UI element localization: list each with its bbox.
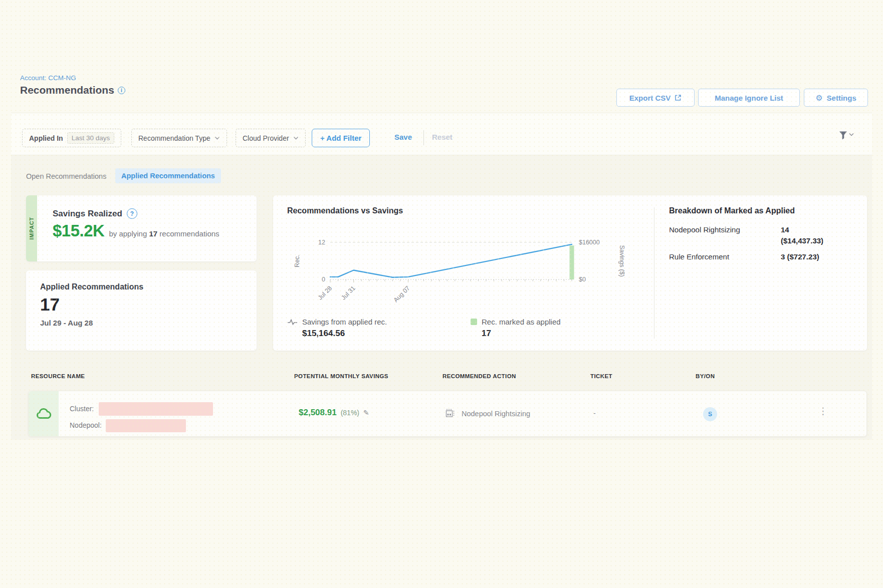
save-filters-link[interactable]: Save [394, 133, 412, 141]
tab-applied-recommendations[interactable]: Applied Recommendations [115, 168, 221, 183]
filter-cloud-provider[interactable]: Cloud Provider [236, 129, 306, 147]
add-filter-button[interactable]: + Add Filter [312, 129, 370, 147]
savings-realized-desc: by applying 17 recommendations [109, 229, 219, 238]
legend-applied-value: 17 [482, 329, 561, 339]
export-csv-label: Export CSV [629, 94, 671, 102]
legend-applied-label: Rec. marked as applied [482, 318, 561, 326]
filter-recommendation-type-label: Recommendation Type [138, 134, 210, 142]
row-savings: $2,508.91 (81%) ✎ [299, 408, 369, 418]
green-square-icon [471, 319, 477, 325]
applied-card-date-range: Jul 29 - Aug 28 [40, 319, 93, 327]
nodepool-label: Nodepool: [70, 421, 102, 429]
row-menu-kebab-icon[interactable]: ⋮ [818, 406, 828, 416]
row-savings-percent: (81%) [341, 409, 359, 417]
divider [423, 130, 424, 145]
settings-button[interactable]: ⚙ Settings [804, 89, 868, 107]
impact-strip-label: IMPACT [29, 217, 35, 239]
svg-text:$16000: $16000 [579, 239, 600, 246]
recommendations-page: Account: CCM-NG Recommendations i Export… [0, 0, 883, 588]
export-csv-button[interactable]: Export CSV [616, 89, 695, 107]
chart-title: Recommendations vs Savings [287, 206, 403, 215]
column-header-recommended-action: RECOMMENDED ACTION [443, 373, 516, 379]
breakdown-row-value: 3 ($727.23) [781, 252, 819, 261]
svg-text:Savings ($): Savings ($) [618, 245, 625, 276]
page-title-text: Recommendations [20, 84, 114, 96]
tab-open-recommendations[interactable]: Open Recommendations [26, 172, 106, 180]
breakdown-row-value-detail: ($14,437.33) [781, 236, 823, 245]
chevron-down-icon [293, 136, 299, 140]
row-savings-amount: $2,508.91 [299, 408, 337, 418]
applied-rec-bar [570, 245, 574, 279]
row-action-label: Nodepool Rightsizing [462, 410, 530, 418]
svg-text:12: 12 [318, 239, 325, 246]
manage-ignore-list-label: Manage Ignore List [715, 94, 783, 102]
filter-applied-in[interactable]: Applied In Last 30 days [22, 129, 121, 147]
savings-realized-title: Savings Realized [53, 209, 122, 219]
divider [654, 207, 654, 339]
chevron-down-icon [214, 136, 220, 140]
legend-savings-label: Savings from applied rec. [302, 318, 387, 326]
account-breadcrumb[interactable]: Account: CCM-NG [20, 74, 76, 82]
chevron-down-icon [849, 133, 854, 137]
row-recommended-action: Nodepool Rightsizing [446, 409, 530, 419]
svg-text:$0: $0 [579, 276, 586, 283]
svg-text:Aug 07: Aug 07 [392, 284, 411, 304]
applied-recommendations-card: Applied Recommendations 17 Jul 29 - Aug … [26, 270, 257, 351]
column-header-resource-name: RESOURCE NAME [31, 373, 85, 379]
pulse-line-icon [287, 318, 298, 326]
cloud-icon [36, 408, 52, 420]
impact-strip: IMPACT [26, 195, 37, 261]
rec-vs-savings-chart: 120$16000$0Rec.Savings ($)Jul 28Jul 31Au… [280, 229, 631, 318]
nodepool-rightsizing-icon [446, 409, 456, 419]
info-icon[interactable]: i [118, 87, 125, 94]
cluster-label: Cluster: [70, 405, 94, 413]
applied-card-title: Applied Recommendations [40, 282, 143, 291]
row-ticket: - [593, 409, 596, 417]
svg-text:Rec.: Rec. [294, 254, 301, 267]
filter-recommendation-type[interactable]: Recommendation Type [131, 129, 227, 147]
breakdown-row-value: 14 [781, 225, 789, 234]
column-header-ticket: TICKET [590, 373, 612, 379]
filter-panel-toggle[interactable] [839, 131, 854, 140]
applied-count-inline: 17 [149, 229, 157, 238]
chart-card: Recommendations vs Savings 120$16000$0Re… [273, 195, 867, 351]
row-icon-cell [29, 391, 59, 436]
edit-pencil-icon[interactable]: ✎ [363, 409, 369, 417]
add-filter-label: + Add Filter [320, 134, 361, 142]
external-link-icon [675, 94, 682, 101]
column-header-by-on: BY/ON [696, 373, 715, 379]
manage-ignore-list-button[interactable]: Manage Ignore List [698, 89, 800, 107]
svg-text:Jul 28: Jul 28 [317, 284, 334, 302]
nodepool-name-redacted [106, 419, 186, 432]
svg-text:Jul 31: Jul 31 [340, 284, 357, 302]
svg-text:0: 0 [322, 276, 325, 283]
column-header-potential-savings: POTENTIAL MONTHLY SAVINGS [294, 373, 388, 379]
recommendation-row[interactable]: Cluster: Nodepool: $2,508.91 (81%) ✎ Nod… [28, 391, 867, 437]
savings-realized-amount: $15.2K [53, 221, 104, 240]
gear-icon: ⚙ [815, 93, 822, 103]
filter-applied-in-value: Last 30 days [67, 132, 115, 144]
user-avatar: S [703, 407, 717, 421]
cluster-name-redacted [99, 402, 213, 416]
help-icon[interactable]: ? [127, 208, 137, 219]
savings-realized-card: IMPACT Savings Realized ? $15.2K by appl… [26, 195, 257, 261]
reset-filters-link[interactable]: Reset [432, 133, 453, 141]
settings-label: Settings [827, 94, 856, 102]
filter-cloud-provider-label: Cloud Provider [243, 134, 289, 142]
legend-savings: Savings from applied rec. $15,164.56 [287, 318, 387, 339]
breakdown-row-label: Rule Enforcement [669, 252, 729, 261]
page-title: Recommendations i [20, 84, 125, 96]
legend-savings-value: $15,164.56 [302, 329, 387, 339]
filter-applied-in-label: Applied In [29, 134, 63, 142]
funnel-icon [839, 131, 847, 140]
savings-line [330, 244, 572, 277]
breakdown-title: Breakdown of Marked as Applied [669, 206, 795, 215]
breakdown-row-label: Nodepool Rightsizing [669, 225, 740, 234]
applied-card-count: 17 [40, 295, 60, 315]
avatar-initial: S [708, 411, 712, 418]
legend-applied: Rec. marked as applied 17 [471, 318, 561, 339]
